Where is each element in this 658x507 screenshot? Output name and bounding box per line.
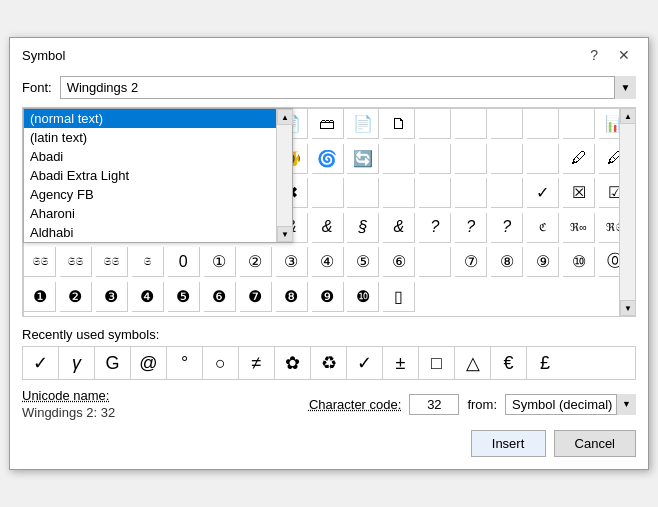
symbol-cell[interactable] [563,109,595,139]
recently-cell[interactable]: ± [383,347,419,379]
symbol-cell[interactable] [491,178,523,208]
font-select[interactable]: Wingdings 2 [60,76,636,99]
symbol-cell[interactable] [455,109,487,139]
symbol-cell[interactable]: ⑧ [491,247,523,277]
recently-cell[interactable]: @ [131,347,167,379]
unicode-info-block: Unicode name: Wingdings 2: 32 [22,388,115,420]
recently-cell[interactable]: £ [527,347,563,379]
symbol-cell[interactable]: 🗋 [383,109,415,139]
dropdown-item-latin-text[interactable]: (latin text) [24,128,292,147]
symbol-cell[interactable]: § [347,213,379,243]
recently-used-grid: ✓ γ G @ ° ○ ≠ ✿ ♻ ✓ ± □ △ € £ [22,346,636,380]
symbol-cell[interactable]: & [383,213,415,243]
help-button[interactable]: ? [584,46,604,64]
recently-cell[interactable]: G [95,347,131,379]
recently-cell[interactable]: € [491,347,527,379]
symbol-cell[interactable]: 𝔖𝔖 [24,247,56,277]
char-code-area: Character code: from: Symbol (decimal) U… [309,394,636,415]
recently-cell[interactable]: γ [59,347,95,379]
symbol-cell[interactable]: ❻ [204,282,236,312]
symbol-cell[interactable] [312,178,344,208]
symbol-cell[interactable]: 🖊 [563,144,595,174]
symbol-cell[interactable]: ① [204,247,236,277]
from-select[interactable]: Symbol (decimal) Unicode (hex) ASCII (de… [505,394,636,415]
symbol-cell[interactable]: ❿ [347,282,379,312]
symbol-cell[interactable]: ❸ [96,282,128,312]
recently-cell[interactable]: ≠ [239,347,275,379]
dropdown-item-aldhabi[interactable]: Aldhabi [24,223,292,242]
symbol-cell[interactable] [419,247,451,277]
unicode-name-label: Unicode name: [22,388,115,403]
recently-cell[interactable]: ✓ [347,347,383,379]
symbol-cell[interactable] [419,144,451,174]
recently-cell[interactable]: ○ [203,347,239,379]
symbol-cell[interactable]: ❺ [168,282,200,312]
recently-used-label: Recently used symbols: [22,327,636,342]
symbol-cell[interactable] [455,178,487,208]
recently-cell[interactable]: ♻ [311,347,347,379]
dropdown-item-abadi[interactable]: Abadi [24,147,292,166]
symbol-cell[interactable]: & [312,213,344,243]
insert-button[interactable]: Insert [471,430,546,457]
symbol-cell[interactable]: ③ [276,247,308,277]
dropdown-item-abadi-extra-light[interactable]: Abadi Extra Light [24,166,292,185]
symbol-cell[interactable] [347,178,379,208]
symbol-cell[interactable]: ℭ [527,213,559,243]
recently-cell[interactable]: □ [419,347,455,379]
symbol-cell[interactable]: ④ [312,247,344,277]
cancel-button[interactable]: Cancel [554,430,636,457]
symbol-cell[interactable] [419,109,451,139]
symbol-cell[interactable] [527,144,559,174]
dropdown-item-normal-text[interactable]: (normal text) [24,109,292,128]
scroll-down-btn[interactable]: ▼ [620,300,635,316]
symbol-cell[interactable]: ℜ∞ [563,213,595,243]
symbol-cell[interactable] [527,109,559,139]
symbol-cell[interactable]: 𝔖𝔖 [96,247,128,277]
symbol-cell[interactable]: ❹ [132,282,164,312]
symbol-cell[interactable]: ⑥ [383,247,415,277]
scroll-track [620,124,635,300]
symbol-cell[interactable]: ? [491,213,523,243]
dropdown-scroll-down[interactable]: ▼ [277,226,293,242]
symbol-cell[interactable]: ❼ [240,282,272,312]
symbol-cell[interactable]: ❶ [24,282,56,312]
recently-cell[interactable]: ° [167,347,203,379]
symbol-cell[interactable]: ⑤ [347,247,379,277]
dropdown-item-agency-fb[interactable]: Agency FB [24,185,292,204]
symbol-cell[interactable]: 🌀 [312,144,344,174]
scroll-up-btn[interactable]: ▲ [620,108,635,124]
symbol-cell[interactable]: ☒ [563,178,595,208]
symbol-cell[interactable]: 📄 [347,109,379,139]
symbol-cell[interactable]: ⑩ [563,247,595,277]
symbol-cell[interactable]: ▯ [383,282,415,312]
symbol-cell[interactable]: ? [455,213,487,243]
main-area: ☎ ) 🗒 □ 🗐 □ 📋 📄 🗃 📄 🗋 [22,107,636,317]
symbol-cell[interactable] [383,178,415,208]
symbol-cell[interactable]: ? [419,213,451,243]
recently-cell[interactable]: ✓ [23,347,59,379]
recently-cell[interactable]: ✿ [275,347,311,379]
symbol-cell[interactable] [419,178,451,208]
symbol-cell[interactable] [455,144,487,174]
symbol-cell[interactable]: ❽ [276,282,308,312]
symbol-cell[interactable]: ❷ [60,282,92,312]
char-code-input[interactable] [409,394,459,415]
symbol-cell[interactable]: ❾ [312,282,344,312]
symbol-cell[interactable]: ⑨ [527,247,559,277]
symbol-cell[interactable]: 0 [168,247,200,277]
symbol-cell[interactable] [491,109,523,139]
close-button[interactable]: ✕ [612,46,636,64]
symbol-cell[interactable]: ⑦ [455,247,487,277]
symbol-cell[interactable]: 𝔖𝔖 [60,247,92,277]
symbol-cell[interactable]: ② [240,247,272,277]
symbol-cell[interactable]: 𝔖 [132,247,164,277]
symbol-cell[interactable] [491,144,523,174]
font-dropdown-list: (normal text) (latin text) Abadi Abadi E… [23,108,293,243]
symbol-cell[interactable]: 🗃 [312,109,344,139]
symbol-cell[interactable]: 🔄 [347,144,379,174]
symbol-cell[interactable]: ✓ [527,178,559,208]
dropdown-scroll-up[interactable]: ▲ [277,109,293,125]
dropdown-item-aharoni[interactable]: Aharoni [24,204,292,223]
recently-cell[interactable]: △ [455,347,491,379]
symbol-cell[interactable] [383,144,415,174]
